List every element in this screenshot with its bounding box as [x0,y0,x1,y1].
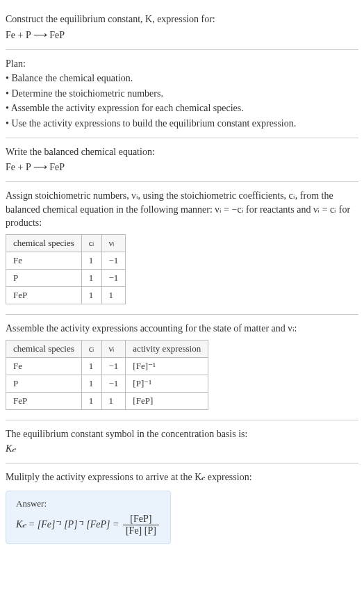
table-row: Fe 1 −1 [6,252,126,269]
answer-fraction: [FeP] [Fe] [P] [123,514,159,536]
prompt-equation: Fe + P ⟶ FeP [6,29,358,41]
frac-numerator: [FeP] [123,514,159,525]
stoich-section: Assign stoichiometric numbers, νᵢ, using… [6,182,358,315]
balanced-heading: Write the balanced chemical equation: [6,145,358,159]
cell-expr: [P]⁻¹ [126,375,208,392]
cell-vi: −1 [101,269,126,286]
cell-expr: [FeP] [126,392,208,409]
cell-ci: 1 [81,269,101,286]
frac-denominator: [Fe] [P] [123,525,159,536]
symbol-section: The equilibrium constant symbol in the c… [6,420,358,464]
table-row: FeP 1 1 [FeP] [6,392,208,409]
table-header-row: chemical species cᵢ νᵢ activity expressi… [6,340,208,357]
plan-bullet: • Use the activity expressions to build … [6,117,358,131]
activity-intro: Assemble the activity expressions accoun… [6,322,358,336]
answer-label: Answer: [16,498,160,509]
cell-species: Fe [6,357,82,375]
cell-species: Fe [6,252,82,269]
col-expr: activity expression [126,340,208,357]
plan-heading: Plan: [6,57,358,71]
table-row: Fe 1 −1 [Fe]⁻¹ [6,357,208,375]
cell-vi: −1 [101,252,126,269]
answer-lhs: K𝒸 = [Fe]⁻¹ [P]⁻¹ [FeP] = [16,519,119,530]
cell-expr: [Fe]⁻¹ [126,357,208,375]
col-vi: νᵢ [101,340,126,357]
table-header-row: chemical species cᵢ νᵢ [6,234,126,252]
cell-ci: 1 [81,252,101,269]
cell-species: FeP [6,286,82,304]
stoich-table: chemical species cᵢ νᵢ Fe 1 −1 P 1 −1 Fe… [6,234,126,304]
col-vi: νᵢ [101,234,126,252]
col-species: chemical species [6,234,82,252]
plan-bullet: • Determine the stoichiometric numbers. [6,87,358,101]
table-row: P 1 −1 [P]⁻¹ [6,375,208,392]
multiply-intro: Mulitply the activity expressions to arr… [6,470,358,484]
table-row: FeP 1 1 [6,286,126,304]
balanced-equation: Fe + P ⟶ FeP [6,161,358,173]
cell-species: P [6,375,82,392]
balanced-section: Write the balanced chemical equation: Fe… [6,138,358,183]
cell-vi: −1 [101,375,126,392]
activity-section: Assemble the activity expressions accoun… [6,315,358,420]
plan-bullet: • Balance the chemical equation. [6,72,358,85]
cell-vi: 1 [101,392,126,409]
cell-species: P [6,269,82,286]
col-species: chemical species [6,340,82,357]
plan-list: • Balance the chemical equation. • Deter… [6,72,358,130]
cell-ci: 1 [81,286,101,304]
col-ci: cᵢ [81,234,101,252]
prompt-section: Construct the equilibrium constant, K, e… [6,6,358,50]
col-ci: cᵢ [81,340,101,357]
stoich-intro: Assign stoichiometric numbers, νᵢ, using… [6,189,358,230]
cell-ci: 1 [81,392,101,409]
plan-section: Plan: • Balance the chemical equation. •… [6,50,358,138]
table-row: P 1 −1 [6,269,126,286]
cell-ci: 1 [81,375,101,392]
cell-vi: −1 [101,357,126,375]
cell-species: FeP [6,392,82,409]
symbol-intro: The equilibrium constant symbol in the c… [6,427,358,441]
activity-table: chemical species cᵢ νᵢ activity expressi… [6,340,208,410]
symbol-value: K𝒸 [6,442,358,456]
cell-ci: 1 [81,357,101,375]
answer-expression: K𝒸 = [Fe]⁻¹ [P]⁻¹ [FeP] = [FeP] [Fe] [P] [16,514,160,536]
plan-bullet: • Assemble the activity expression for e… [6,101,358,115]
answer-box: Answer: K𝒸 = [Fe]⁻¹ [P]⁻¹ [FeP] = [FeP] … [6,491,171,544]
cell-vi: 1 [101,286,126,304]
prompt-text: Construct the equilibrium constant, K, e… [6,13,358,26]
multiply-section: Mulitply the activity expressions to arr… [6,464,358,550]
